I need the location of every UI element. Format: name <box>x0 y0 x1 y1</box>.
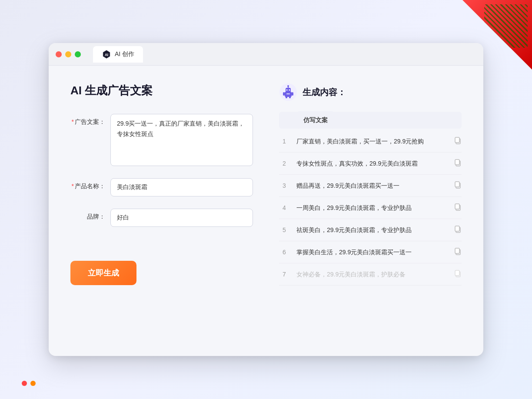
browser-window: AI AI 创作 AI 生成广告文案 *广告文案： *产品名称： <box>49 43 483 356</box>
svg-rect-13 <box>289 96 291 98</box>
svg-rect-21 <box>455 204 459 209</box>
title-bar: AI AI 创作 <box>49 43 483 66</box>
ad-copy-group: *广告文案： <box>70 114 253 166</box>
table-row: 3赠品再送，29.9元美白淡斑霜买一送一 <box>279 175 462 197</box>
bottom-decoration <box>22 381 36 386</box>
minimize-button[interactable] <box>65 51 71 57</box>
product-name-input[interactable] <box>110 178 253 196</box>
product-name-group: *产品名称： <box>70 178 253 196</box>
required-star-ad: * <box>72 118 74 125</box>
svg-rect-12 <box>286 96 287 98</box>
left-panel: AI 生成广告文案 *广告文案： *产品名称： 品牌： 立 <box>70 83 253 339</box>
generate-button[interactable]: 立即生成 <box>70 261 136 285</box>
svg-rect-17 <box>455 160 459 165</box>
brand-input[interactable] <box>110 209 253 227</box>
row-text: 赠品再送，29.9元美白淡斑霜买一送一 <box>296 181 447 190</box>
maximize-button[interactable] <box>75 51 81 57</box>
svg-rect-10 <box>283 92 285 96</box>
result-header: 生成内容： <box>279 83 462 101</box>
table-row: 7女神必备，29.9元美白淡斑霜，护肤必备 <box>279 263 462 286</box>
row-number: 1 <box>279 138 289 145</box>
product-name-label: *产品名称： <box>70 178 105 190</box>
row-text: 厂家直销，美白淡斑霜，买一送一，29.9元抢购 <box>296 137 447 146</box>
row-number: 5 <box>279 226 289 233</box>
row-text: 一周美白，29.9元美白淡斑霜，专业护肤品 <box>296 203 447 213</box>
table-row: 6掌握美白生活，29.9元美白淡斑霜买一送一 <box>279 241 462 263</box>
svg-text:AI: AI <box>105 53 108 57</box>
traffic-lights <box>56 51 81 57</box>
svg-rect-15 <box>455 137 459 143</box>
copy-icon[interactable] <box>454 181 462 190</box>
table-row: 4一周美白，29.9元美白淡斑霜，专业护肤品 <box>279 197 462 219</box>
result-rows: 1厂家直销，美白淡斑霜，买一送一，29.9元抢购 2专抹女性斑点，真实功效，29… <box>279 130 462 286</box>
ai-tab-icon: AI <box>102 50 111 59</box>
ad-copy-label: *广告文案： <box>70 114 105 126</box>
right-panel: 生成内容： 仿写文案 1厂家直销，美白淡斑霜，买一送一，29.9元抢购 2专抹女… <box>279 83 462 339</box>
svg-rect-19 <box>455 182 459 187</box>
column-header: 仿写文案 <box>296 111 335 129</box>
svg-point-8 <box>289 90 290 91</box>
dot-orange <box>30 381 36 386</box>
svg-rect-9 <box>286 93 290 94</box>
row-number: 6 <box>279 249 289 256</box>
row-text: 女神必备，29.9元美白淡斑霜，护肤必备 <box>296 270 447 279</box>
svg-rect-11 <box>292 92 293 96</box>
row-number: 3 <box>279 182 289 189</box>
ad-copy-textarea[interactable] <box>110 114 253 166</box>
tab-label: AI 创作 <box>115 50 134 58</box>
copy-icon[interactable] <box>454 225 462 235</box>
copy-icon[interactable] <box>454 247 462 257</box>
table-row: 1厂家直销，美白淡斑霜，买一送一，29.9元抢购 <box>279 130 462 153</box>
row-text: 祛斑美白，29.9元美白淡斑霜，专业护肤品 <box>296 226 447 235</box>
row-text: 专抹女性斑点，真实功效，29.9元美白淡斑霜 <box>296 159 447 168</box>
table-row: 2专抹女性斑点，真实功效，29.9元美白淡斑霜 <box>279 153 462 175</box>
page-title: AI 生成广告文案 <box>70 83 253 98</box>
result-table: 仿写文案 1厂家直销，美白淡斑霜，买一送一，29.9元抢购 2专抹女性斑点，真实… <box>279 112 462 286</box>
robot-icon <box>279 83 297 101</box>
svg-rect-25 <box>455 248 459 253</box>
copy-icon[interactable] <box>454 203 462 213</box>
copy-icon[interactable] <box>454 136 462 146</box>
svg-point-7 <box>286 90 288 91</box>
row-number: 4 <box>279 204 289 211</box>
row-number: 7 <box>279 271 289 278</box>
row-text: 掌握美白生活，29.9元美白淡斑霜买一送一 <box>296 248 447 257</box>
svg-rect-27 <box>455 270 459 276</box>
svg-point-6 <box>287 85 289 87</box>
dot-red <box>22 381 27 386</box>
copy-icon[interactable] <box>454 269 462 279</box>
svg-rect-23 <box>455 226 459 231</box>
table-row: 5祛斑美白，29.9元美白淡斑霜，专业护肤品 <box>279 219 462 241</box>
main-content: AI 生成广告文案 *广告文案： *产品名称： 品牌： 立 <box>49 66 483 356</box>
close-button[interactable] <box>56 51 62 57</box>
result-title: 生成内容： <box>303 86 346 98</box>
copy-icon[interactable] <box>454 159 462 168</box>
brand-label: 品牌： <box>70 209 105 221</box>
brand-group: 品牌： <box>70 209 253 227</box>
table-header-row: 仿写文案 <box>279 112 462 129</box>
row-number: 2 <box>279 160 289 167</box>
required-star-product: * <box>72 183 74 190</box>
tab-ai-create[interactable]: AI AI 创作 <box>93 46 143 63</box>
